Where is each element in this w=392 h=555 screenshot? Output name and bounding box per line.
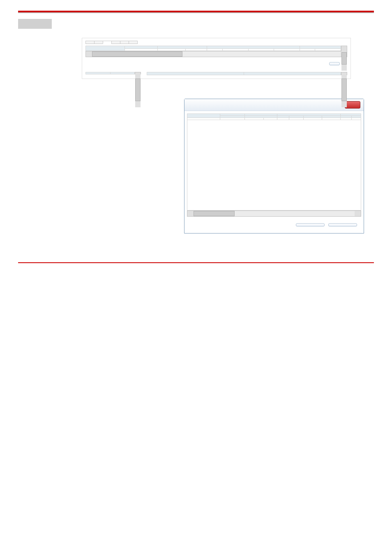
scroll-down-icon[interactable]	[135, 101, 141, 107]
scroll-up-icon[interactable]	[341, 72, 347, 79]
hdr-on2	[300, 49, 315, 51]
scroll-up-icon[interactable]	[341, 46, 347, 52]
cfg-hdr-value	[244, 72, 341, 75]
close-icon[interactable]	[345, 101, 360, 109]
quick-setup-table	[187, 113, 361, 120]
hdr-on	[207, 49, 223, 51]
hdr-upstream-group	[125, 46, 158, 49]
upstream-hscroll[interactable]	[85, 51, 347, 57]
footer-rule-red	[18, 262, 374, 263]
qs-row-total[interactable]	[187, 118, 361, 120]
header-rule-gray	[18, 12, 374, 13]
hdr-type	[222, 49, 248, 51]
cfg-vscroll[interactable]	[341, 72, 347, 75]
hdr-vlan1-group	[207, 46, 300, 49]
tab-test-procedure[interactable]	[111, 41, 120, 44]
tab-criteria[interactable]	[120, 41, 129, 44]
cfg-hdr-item	[147, 72, 244, 75]
scroll-up-icon[interactable]	[135, 72, 141, 79]
hdr-idmode	[248, 49, 274, 51]
hdr-type2	[315, 49, 341, 51]
ok-button[interactable]	[296, 223, 325, 227]
tab-traffic-port1[interactable]	[103, 41, 111, 44]
traffic-panel	[82, 38, 351, 79]
memberlist-vscroll[interactable]	[135, 72, 141, 74]
tab-row	[85, 41, 347, 44]
scroll-down-icon[interactable]	[341, 101, 347, 107]
hdr-idvalue	[274, 49, 300, 51]
upstream-vscroll[interactable]	[341, 46, 347, 51]
hdr-mode	[158, 49, 186, 51]
scroll-down-icon[interactable]	[341, 65, 347, 71]
upstream-table	[85, 46, 341, 51]
hdr-member	[110, 72, 135, 74]
qs-hdr-item	[187, 114, 220, 118]
quick-setup-dialog	[184, 99, 364, 234]
qs-total-label	[187, 118, 220, 120]
scroll-left-icon[interactable]	[187, 211, 194, 216]
quick-setup-button[interactable]	[329, 62, 340, 65]
member-port-list	[85, 72, 141, 74]
scroll-right-icon[interactable]	[355, 211, 361, 216]
scroll-thumb[interactable]	[341, 79, 347, 101]
scroll-thumb[interactable]	[341, 52, 347, 65]
scroll-thumb-h[interactable]	[92, 51, 182, 57]
hdr-packet-group	[158, 46, 207, 49]
hdr-rate	[125, 49, 158, 51]
hdr-no	[86, 72, 111, 74]
tab-portmap[interactable]	[85, 41, 94, 44]
hdr-extra-group	[300, 46, 341, 49]
tab-media-port1[interactable]	[94, 41, 103, 44]
qs-hscroll[interactable]	[187, 210, 361, 217]
hdr-value	[185, 49, 207, 51]
scroll-thumb[interactable]	[135, 79, 141, 101]
tab-misc[interactable]	[129, 41, 138, 44]
qs-empty-area	[187, 120, 361, 210]
cancel-button[interactable]	[328, 223, 357, 227]
hdr-member-port	[86, 46, 125, 51]
scroll-left-icon[interactable]	[86, 51, 92, 57]
gray-placeholder	[18, 19, 52, 29]
scroll-thumb-h[interactable]	[194, 211, 235, 216]
configuration-table-wrap	[147, 72, 347, 75]
